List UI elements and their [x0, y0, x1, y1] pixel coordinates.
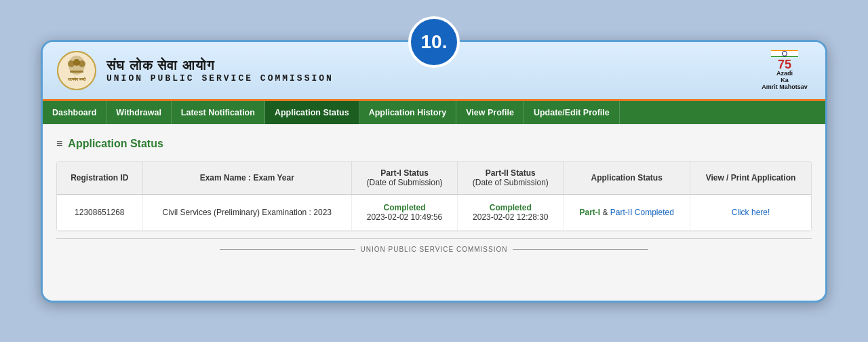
svg-rect-5 — [70, 71, 83, 73]
org-name-hindi: संघ लोक सेवा आयोग — [106, 58, 334, 73]
nav-withdrawal[interactable]: Withdrawal — [106, 101, 172, 124]
nav-application-status[interactable]: Application Status — [265, 101, 359, 124]
nav-dashboard[interactable]: Dashboard — [43, 101, 106, 124]
flag-chakra — [782, 51, 787, 56]
col-application-status: Application Status — [564, 162, 690, 195]
app-status-part2-link[interactable]: Part-II Completed — [610, 208, 674, 217]
col-part2-status: Part-II Status(Date of Submission) — [458, 162, 564, 195]
svg-point-4 — [73, 59, 80, 66]
table-row: 12308651268 Civil Services (Preliminary)… — [57, 194, 811, 230]
col-registration-id: Registration ID — [57, 162, 142, 195]
app-status-part1: Part-I — [579, 208, 600, 217]
cell-exam-name: Civil Services (Preliminary) Examination… — [142, 194, 351, 230]
part1-status-text: Completed — [361, 203, 448, 212]
footer-rule-left — [220, 249, 355, 250]
azadi-badge: 75 Azadi Ka Amrit Mahotsav — [757, 50, 812, 91]
section-header: ≡ Application Status — [56, 138, 812, 150]
main-container: 10. सत्यमेव जयते संघ लोक सेवा आयोग UNION… — [41, 40, 827, 303]
cell-view-print: Click here! — [690, 194, 811, 230]
nav-update-profile[interactable]: Update/Edit Profile — [524, 101, 620, 124]
col-exam-name: Exam Name : Exam Year — [142, 162, 351, 195]
part2-status-text: Completed — [467, 203, 553, 212]
flag-green — [771, 56, 798, 57]
app-status-amp: & — [602, 208, 610, 217]
header-text: संघ लोक सेवा आयोग UNION PUBLIC SERVICE C… — [106, 58, 334, 83]
cell-part1-status: Completed 2023-02-02 10:49:56 — [351, 194, 457, 230]
status-table-container: Registration ID Exam Name : Exam Year Pa… — [56, 161, 812, 231]
section-icon: ≡ — [56, 138, 62, 150]
cell-application-status: Part-I & Part-II Completed — [564, 194, 690, 230]
cell-registration-id: 12308651268 — [57, 194, 142, 230]
badge-label: 10. — [421, 31, 448, 53]
org-name-english: UNION PUBLIC SERVICE COMMISSION — [106, 73, 334, 83]
application-status-table: Registration ID Exam Name : Exam Year Pa… — [57, 162, 811, 231]
nav-bar: Dashboard Withdrawal Latest Notification… — [43, 101, 825, 124]
page-footer: UNION PUBLIC SERVICE COMMISSION — [56, 238, 812, 260]
emblem-icon: सत्यमेव जयते — [56, 50, 97, 91]
step-badge: 10. — [408, 16, 460, 68]
flag-icon — [771, 50, 798, 57]
azadi-text: Azadi Ka Amrit Mahotsav — [762, 71, 808, 91]
main-content: ≡ Application Status Registration ID Exa… — [43, 124, 825, 301]
flag-white — [771, 51, 798, 56]
footer-line: UNION PUBLIC SERVICE COMMISSION — [63, 246, 805, 253]
view-print-link[interactable]: Click here! — [732, 208, 770, 217]
part1-date: 2023-02-02 10:49:56 — [361, 212, 448, 222]
part2-date: 2023-02-02 12:28:30 — [467, 212, 553, 222]
header-left: सत्यमेव जयते संघ लोक सेवा आयोग UNION PUB… — [56, 50, 334, 91]
svg-text:सत्यमेव जयते: सत्यमेव जयते — [67, 77, 87, 81]
footer-text: UNION PUBLIC SERVICE COMMISSION — [361, 246, 508, 253]
nav-view-profile[interactable]: View Profile — [456, 101, 524, 124]
nav-application-history[interactable]: Application History — [359, 101, 457, 124]
col-view-print: View / Print Application — [690, 162, 811, 195]
section-title: Application Status — [68, 138, 163, 150]
table-header-row: Registration ID Exam Name : Exam Year Pa… — [57, 162, 811, 195]
header-right: 75 Azadi Ka Amrit Mahotsav — [757, 50, 812, 91]
footer-rule-right — [513, 249, 648, 250]
col-part1-status: Part-I Status(Date of Submission) — [351, 162, 457, 195]
nav-latest-notification[interactable]: Latest Notification — [172, 101, 265, 124]
cell-part2-status: Completed 2023-02-02 12:28:30 — [458, 194, 564, 230]
